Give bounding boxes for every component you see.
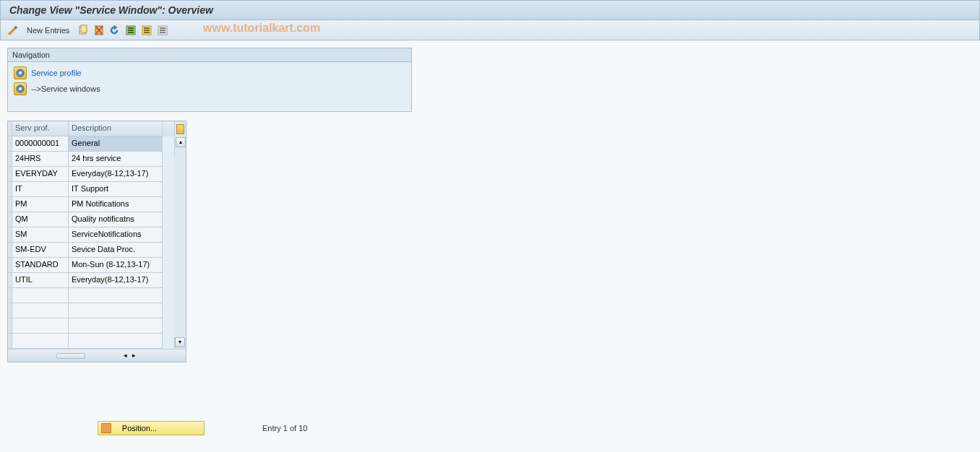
table-row[interactable]: 0000000001General: [8, 136, 174, 152]
table-row[interactable]: PMPM Notifications: [8, 197, 174, 212]
page-title: Change View "Service Window": Overview: [9, 4, 213, 16]
service-profile-table: Serv prof.Description0000000001General24…: [7, 121, 186, 362]
svg-rect-10: [144, 32, 150, 33]
cell-prof[interactable]: [12, 334, 69, 349]
table-row[interactable]: [8, 288, 174, 303]
bottom-bar: Position... Entry 1 of 10: [98, 421, 307, 435]
nav-item-service-profile[interactable]: Service profile: [14, 65, 405, 81]
table-row[interactable]: EVERYDAYEveryday(8-12,13-17): [8, 167, 174, 182]
navigation-body: Service profile -->Service windows: [8, 62, 411, 111]
svg-point-16: [19, 71, 22, 74]
svg-rect-13: [160, 30, 166, 31]
scroll-up-icon[interactable]: ▴: [176, 137, 186, 147]
table-row[interactable]: [8, 303, 174, 318]
table-footer: ◂ ▸: [8, 349, 186, 362]
cell-prof[interactable]: IT: [12, 182, 69, 197]
scroll-left-icon[interactable]: ◂: [121, 352, 129, 360]
delete-icon[interactable]: [93, 24, 106, 37]
table-row[interactable]: 24HRS24 hrs service: [8, 152, 174, 167]
select-block-icon[interactable]: [140, 24, 153, 37]
navigation-header: Navigation: [8, 48, 411, 62]
svg-rect-1: [81, 25, 87, 32]
cell-desc[interactable]: Everyday(8-12,13-17): [69, 273, 163, 288]
table-header-row: Serv prof.Description: [8, 121, 174, 136]
select-all-icon[interactable]: [124, 24, 137, 37]
table-row[interactable]: SMServiceNotifications: [8, 227, 174, 243]
cell-desc[interactable]: Everyday(8-12,13-17): [69, 167, 163, 182]
cell-prof[interactable]: [12, 288, 69, 303]
table-row[interactable]: ITIT Support: [8, 182, 174, 197]
table-row[interactable]: [8, 318, 174, 334]
nav-link-label: Service profile: [31, 69, 82, 77]
cell-prof[interactable]: STANDARD: [12, 258, 69, 273]
vertical-scrollbar[interactable]: ▴ ▾: [174, 121, 186, 349]
column-header-desc[interactable]: Description: [69, 121, 163, 136]
svg-rect-12: [160, 27, 166, 29]
scroll-down-icon[interactable]: ▾: [175, 337, 185, 347]
entry-count: Entry 1 of 10: [262, 424, 307, 433]
page-title-bar: Change View "Service Window": Overview: [0, 0, 980, 20]
navigation-panel: Navigation Service profile -->Service wi…: [7, 48, 412, 112]
svg-rect-4: [128, 27, 134, 29]
cell-prof[interactable]: UTIL: [12, 273, 69, 288]
cell-prof[interactable]: 24HRS: [12, 152, 69, 167]
position-label: Position...: [122, 424, 157, 433]
svg-rect-5: [128, 30, 134, 31]
folder-icon: [14, 66, 27, 79]
table-row[interactable]: STANDARDMon-Sun (8-12,13-17): [8, 258, 174, 273]
table-settings-icon[interactable]: [176, 124, 184, 134]
cell-prof[interactable]: SM-EDV: [12, 243, 69, 258]
cell-prof[interactable]: PM: [12, 197, 69, 212]
cell-desc[interactable]: [69, 318, 163, 334]
content-area: Navigation Service profile -->Service wi…: [0, 40, 980, 370]
cell-desc[interactable]: ServiceNotifications: [69, 227, 163, 243]
nav-text-label: -->Service windows: [31, 84, 100, 93]
svg-rect-8: [144, 27, 150, 29]
svg-rect-9: [144, 30, 150, 31]
cell-desc[interactable]: Sevice Data Proc.: [69, 243, 163, 258]
cell-desc[interactable]: [69, 334, 163, 349]
cell-desc[interactable]: IT Support: [69, 182, 163, 197]
copy-icon[interactable]: [77, 24, 90, 37]
nav-item-service-windows[interactable]: -->Service windows: [14, 81, 405, 97]
table-row[interactable]: QMQuality notificatns: [8, 212, 174, 227]
table-row[interactable]: [8, 334, 174, 349]
position-icon: [101, 423, 111, 433]
undo-icon[interactable]: [108, 24, 121, 37]
resize-handle-icon[interactable]: [56, 353, 85, 359]
cell-desc[interactable]: [69, 288, 163, 303]
cell-desc[interactable]: Quality notificatns: [69, 212, 163, 227]
cell-prof[interactable]: [12, 318, 69, 334]
watermark: www.tutorialkart.com: [203, 22, 320, 35]
app-toolbar: New Entries www.tutorialkart.com: [0, 20, 980, 40]
cell-prof[interactable]: EVERYDAY: [12, 167, 69, 182]
column-header-prof[interactable]: Serv prof.: [12, 121, 69, 136]
svg-rect-6: [128, 32, 134, 33]
cell-desc[interactable]: 24 hrs service: [69, 152, 163, 167]
deselect-all-icon[interactable]: [156, 24, 169, 37]
position-button[interactable]: Position...: [98, 421, 205, 435]
svg-point-18: [19, 87, 22, 90]
cell-prof[interactable]: SM: [12, 227, 69, 243]
table-row[interactable]: SM-EDVSevice Data Proc.: [8, 243, 174, 258]
cell-desc[interactable]: [69, 303, 163, 318]
table-row[interactable]: UTILEveryday(8-12,13-17): [8, 273, 174, 288]
cell-prof[interactable]: 0000000001: [12, 136, 69, 152]
new-entries-button[interactable]: New Entries: [22, 26, 74, 35]
cell-prof[interactable]: QM: [12, 212, 69, 227]
cell-desc[interactable]: General: [69, 136, 163, 152]
change-icon[interactable]: [7, 24, 20, 37]
cell-desc[interactable]: PM Notifications: [69, 197, 163, 212]
scroll-right-icon[interactable]: ▸: [130, 352, 137, 360]
folder-icon: [14, 82, 27, 95]
cell-prof[interactable]: [12, 303, 69, 318]
cell-desc[interactable]: Mon-Sun (8-12,13-17): [69, 258, 163, 273]
scroll-track[interactable]: [174, 156, 186, 337]
svg-rect-14: [160, 32, 166, 33]
